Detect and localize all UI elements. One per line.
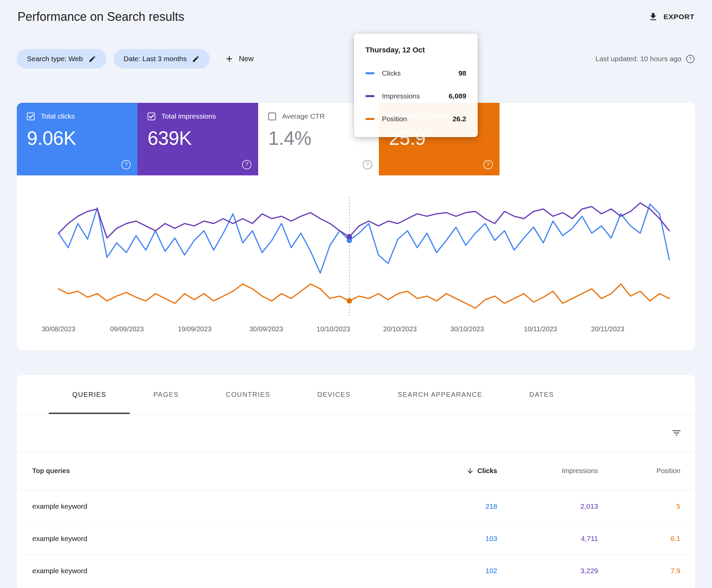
tab-queries[interactable]: QUERIES	[49, 375, 130, 414]
column-header-clicks-label: Clicks	[477, 467, 497, 475]
x-axis-label: 30/09/2023	[249, 325, 283, 333]
impressions-series-swatch-icon	[365, 95, 374, 97]
tooltip-clicks-value: 98	[459, 69, 466, 77]
tooltip-impressions-value: 6,089	[448, 92, 466, 100]
query-cell[interactable]: example keyword	[32, 567, 386, 575]
chart-tooltip: Thursday, 12 Oct Clicks 98 Impressions 6…	[354, 34, 478, 137]
table-row[interactable]: example keyword 103 4,711 6.1	[17, 523, 695, 555]
tab-pages[interactable]: PAGES	[130, 375, 202, 414]
pencil-icon	[192, 55, 200, 63]
tab-search-appearance[interactable]: SEARCH APPEARANCE	[374, 375, 506, 414]
plus-icon	[225, 54, 234, 63]
impressions-series-line	[59, 203, 669, 238]
tooltip-row-clicks: Clicks 98	[365, 69, 466, 77]
x-axis-label: 09/09/2023	[110, 325, 144, 333]
clicks-cell: 102	[386, 567, 497, 575]
impressions-marker-dot	[347, 234, 352, 239]
x-axis-labels: 30/08/202309/09/202319/09/202330/09/2023…	[59, 325, 669, 335]
table-row[interactable]: example keyword 218 2,013 5	[17, 490, 695, 523]
column-header-clicks[interactable]: Clicks	[386, 467, 497, 475]
question-circle-icon[interactable]: ?	[686, 55, 694, 63]
tooltip-date: Thursday, 12 Oct	[365, 46, 466, 55]
tooltip-position-value: 26.2	[452, 115, 466, 123]
total-impressions-checkbox[interactable]	[147, 112, 155, 120]
tab-dates[interactable]: DATES	[506, 375, 577, 414]
performance-chart[interactable]	[59, 197, 669, 318]
download-icon	[648, 12, 658, 22]
total-clicks-checkbox[interactable]	[27, 112, 35, 120]
position-series-line	[59, 284, 669, 308]
impressions-cell: 4,711	[497, 534, 598, 543]
help-icon[interactable]: ?	[483, 160, 493, 169]
search-type-chip-label: Search type: Web	[27, 55, 83, 63]
tooltip-row-impressions: Impressions 6,089	[365, 92, 466, 100]
table-header-row: Top queries Clicks Impressions Position	[17, 452, 695, 490]
impressions-cell: 2,013	[497, 502, 598, 510]
column-header-impressions[interactable]: Impressions	[497, 467, 598, 475]
tooltip-clicks-label: Clicks	[382, 69, 401, 77]
total-impressions-label: Total impressions	[161, 112, 216, 120]
filter-button[interactable]	[671, 428, 682, 438]
position-cell: 6.1	[598, 534, 680, 543]
total-clicks-label: Total clicks	[41, 112, 75, 120]
clicks-series-line	[59, 204, 669, 273]
query-cell[interactable]: example keyword	[32, 502, 386, 510]
position-cell: 7.9	[598, 567, 680, 575]
x-axis-label: 30/08/2023	[42, 325, 75, 333]
new-filter-label: New	[239, 55, 253, 63]
date-range-chip-label: Date: Last 3 months	[124, 55, 187, 63]
help-icon[interactable]: ?	[242, 160, 251, 169]
performance-summary-card: Total clicks 9.06K ? Total impressions 6…	[17, 103, 695, 350]
clicks-cell: 218	[386, 502, 497, 510]
dimensions-table-card: QUERIES PAGES COUNTRIES DEVICES SEARCH A…	[17, 375, 695, 588]
help-icon[interactable]: ?	[363, 160, 372, 169]
x-axis-label: 19/09/2023	[178, 325, 211, 333]
x-axis-label: 20/10/2023	[383, 325, 417, 333]
total-impressions-value: 639K	[147, 127, 248, 149]
date-range-chip[interactable]: Date: Last 3 months	[114, 49, 210, 68]
arrow-down-icon	[466, 467, 474, 475]
clicks-cell: 103	[386, 534, 497, 543]
position-series-swatch-icon	[365, 118, 374, 120]
search-type-chip[interactable]: Search type: Web	[17, 49, 106, 68]
position-cell: 5	[598, 502, 680, 510]
table-row[interactable]: example keyword 102 3,229 7.9	[17, 555, 695, 587]
x-axis-label: 10/10/2023	[317, 325, 350, 333]
position-marker-dot	[347, 298, 352, 304]
metric-header: Total impressions	[147, 112, 248, 120]
performance-chart-svg[interactable]	[59, 197, 669, 318]
tooltip-position-label: Position	[382, 115, 407, 123]
column-header-top-queries[interactable]: Top queries	[32, 467, 386, 475]
x-axis-label: 20/11/2023	[591, 325, 624, 333]
clicks-series-swatch-icon	[365, 72, 374, 74]
query-cell[interactable]: example keyword	[32, 534, 386, 543]
export-button[interactable]: EXPORT	[648, 12, 694, 22]
dimension-tabs: QUERIES PAGES COUNTRIES DEVICES SEARCH A…	[17, 375, 695, 414]
filter-list-icon	[671, 428, 682, 438]
search-console-performance-page: Performance on Search results EXPORT Sea…	[0, 0, 712, 588]
page-title: Performance on Search results	[18, 10, 184, 24]
metric-card-total-impressions[interactable]: Total impressions 639K ?	[138, 103, 258, 175]
x-axis-label: 30/10/2023	[450, 325, 484, 333]
help-icon[interactable]: ?	[121, 160, 131, 169]
pencil-icon	[88, 55, 96, 63]
x-axis-label: 10/11/2023	[524, 325, 557, 333]
table-filter-row	[17, 414, 695, 452]
page-header: Performance on Search results EXPORT	[0, 0, 712, 34]
tooltip-impressions-label: Impressions	[382, 92, 420, 100]
total-clicks-value: 9.06K	[27, 127, 127, 149]
tab-countries[interactable]: COUNTRIES	[202, 375, 294, 414]
last-updated: Last updated: 10 hours ago ?	[595, 55, 694, 63]
metric-header: Total clicks	[27, 112, 127, 120]
new-filter-button[interactable]: New	[225, 54, 253, 63]
column-header-position[interactable]: Position	[598, 467, 680, 475]
impressions-cell: 3,229	[497, 567, 598, 575]
metric-card-total-clicks[interactable]: Total clicks 9.06K ?	[17, 103, 138, 175]
average-ctr-checkbox[interactable]	[268, 112, 276, 120]
last-updated-label: Last updated: 10 hours ago	[595, 55, 682, 63]
export-label: EXPORT	[664, 13, 694, 21]
tooltip-row-position: Position 26.2	[365, 115, 466, 123]
average-ctr-label: Average CTR	[282, 112, 325, 120]
tab-devices[interactable]: DEVICES	[294, 375, 374, 414]
